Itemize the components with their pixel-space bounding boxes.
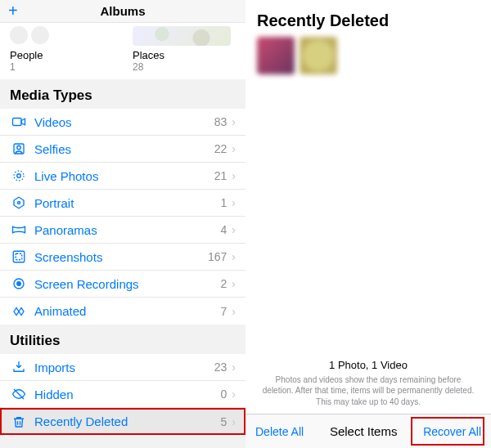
row-label: Portrait bbox=[28, 196, 221, 210]
selfies-icon bbox=[10, 141, 28, 156]
recently-deleted-pane: Recently Deleted 1 Photo, 1 Video Photos… bbox=[246, 0, 491, 448]
smart-albums-row: People 1 Places 28 bbox=[0, 23, 246, 79]
row-label: Imports bbox=[28, 361, 214, 374]
row-label: Panoramas bbox=[28, 223, 221, 237]
add-button[interactable]: + bbox=[8, 2, 18, 20]
row-label: Selfies bbox=[28, 142, 214, 156]
row-recently-deleted[interactable]: Recently Deleted 5 › bbox=[0, 408, 246, 435]
people-count: 1 bbox=[10, 61, 113, 73]
people-label: People bbox=[10, 49, 113, 61]
chevron-right-icon: › bbox=[227, 196, 236, 209]
places-label: Places bbox=[133, 49, 236, 61]
summary-block: 1 Photo, 1 Video Photos and videos show … bbox=[246, 359, 491, 414]
deleted-item-1[interactable] bbox=[257, 37, 295, 74]
detail-header: Recently Deleted bbox=[246, 0, 491, 37]
svg-rect-6 bbox=[13, 251, 25, 262]
row-screenshots[interactable]: Screenshots 167 › bbox=[0, 244, 246, 271]
row-count: 22 bbox=[214, 142, 227, 155]
row-live-photos[interactable]: Live Photos 21 › bbox=[0, 163, 246, 190]
deleted-item-2[interactable] bbox=[300, 37, 337, 74]
animated-icon bbox=[10, 304, 28, 319]
delete-all-button[interactable]: Delete All bbox=[255, 425, 304, 438]
row-count: 83 bbox=[214, 115, 227, 128]
live-photos-icon bbox=[10, 168, 28, 183]
navbar: + Albums bbox=[0, 0, 246, 23]
row-count: 5 bbox=[221, 415, 227, 428]
row-screen-recordings[interactable]: Screen Recordings 2 › bbox=[0, 271, 246, 298]
utilities-header: Utilities bbox=[0, 325, 246, 354]
videos-icon bbox=[10, 114, 28, 129]
trash-icon bbox=[10, 414, 28, 429]
row-count: 2 bbox=[221, 277, 227, 290]
row-label: Screen Recordings bbox=[28, 277, 221, 291]
row-selfies[interactable]: Selfies 22 › bbox=[0, 136, 246, 163]
media-types-list: Videos 83 › Selfies 22 › Live Photos 21 … bbox=[0, 109, 246, 325]
svg-point-4 bbox=[14, 171, 24, 181]
row-count: 167 bbox=[208, 250, 227, 263]
albums-pane: + Albums People 1 Places 28 Media Types … bbox=[0, 0, 246, 448]
chevron-right-icon: › bbox=[227, 415, 236, 428]
screenshots-icon bbox=[10, 249, 28, 264]
row-panoramas[interactable]: Panoramas 4 › bbox=[0, 217, 246, 244]
chevron-right-icon: › bbox=[227, 361, 236, 374]
detail-title: Recently Deleted bbox=[257, 11, 480, 30]
row-count: 1 bbox=[221, 196, 227, 209]
row-imports[interactable]: Imports 23 › bbox=[0, 354, 246, 381]
imports-icon bbox=[10, 360, 28, 374]
row-label: Live Photos bbox=[28, 169, 214, 183]
svg-point-2 bbox=[17, 146, 21, 150]
svg-rect-0 bbox=[13, 119, 22, 126]
select-items-button[interactable]: Select Items bbox=[330, 424, 398, 438]
row-label: Screenshots bbox=[28, 250, 208, 264]
places-album[interactable]: Places 28 bbox=[123, 26, 246, 73]
row-label: Recently Deleted bbox=[28, 414, 221, 428]
row-count: 23 bbox=[214, 361, 227, 374]
utilities-list: Imports 23 › Hidden 0 › Recently Deleted… bbox=[0, 354, 246, 435]
summary-count: 1 Photo, 1 Video bbox=[262, 359, 475, 371]
chevron-right-icon: › bbox=[227, 388, 236, 401]
chevron-right-icon: › bbox=[227, 250, 236, 263]
row-videos[interactable]: Videos 83 › bbox=[0, 109, 246, 136]
screen-recordings-icon bbox=[10, 276, 28, 291]
svg-point-5 bbox=[18, 202, 20, 204]
recover-all-button[interactable]: Recover All bbox=[423, 425, 481, 438]
row-label: Hidden bbox=[28, 388, 221, 401]
chevron-right-icon: › bbox=[227, 142, 236, 155]
chevron-right-icon: › bbox=[227, 115, 236, 128]
svg-point-3 bbox=[17, 174, 21, 178]
row-count: 4 bbox=[221, 223, 227, 236]
row-count: 0 bbox=[221, 388, 227, 401]
svg-rect-7 bbox=[16, 253, 22, 260]
chevron-right-icon: › bbox=[227, 169, 236, 182]
svg-point-9 bbox=[17, 282, 21, 286]
bottom-toolbar: Delete All Select Items Recover All bbox=[246, 414, 491, 448]
row-count: 21 bbox=[214, 169, 227, 182]
chevron-right-icon: › bbox=[227, 277, 236, 290]
row-hidden[interactable]: Hidden 0 › bbox=[0, 381, 246, 408]
row-label: Videos bbox=[28, 115, 214, 129]
places-count: 28 bbox=[133, 61, 236, 73]
summary-hint: Photos and videos show the days remainin… bbox=[262, 374, 475, 408]
portrait-icon bbox=[10, 195, 28, 210]
chevron-right-icon: › bbox=[227, 223, 236, 236]
row-count: 7 bbox=[221, 305, 227, 318]
media-types-header: Media Types bbox=[0, 79, 246, 109]
row-label: Animated bbox=[28, 304, 221, 318]
deleted-thumbnails bbox=[246, 37, 491, 74]
navbar-title: Albums bbox=[100, 4, 145, 18]
hidden-icon bbox=[10, 387, 28, 401]
row-animated[interactable]: Animated 7 › bbox=[0, 298, 246, 325]
people-album[interactable]: People 1 bbox=[0, 26, 123, 73]
chevron-right-icon: › bbox=[227, 305, 236, 318]
panoramas-icon bbox=[10, 222, 28, 237]
row-portrait[interactable]: Portrait 1 › bbox=[0, 190, 246, 217]
